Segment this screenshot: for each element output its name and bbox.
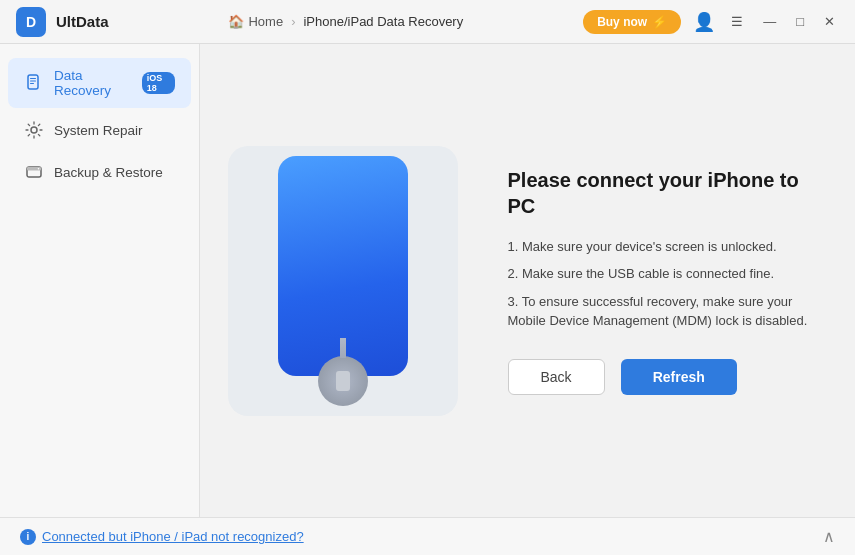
- home-icon: 🏠: [228, 14, 244, 29]
- data-recovery-icon: [24, 73, 44, 93]
- cable-connector: [318, 356, 368, 406]
- title-bar: D UltData 🏠 Home › iPhone/iPad Data Reco…: [0, 0, 855, 44]
- main-content: Please connect your iPhone to PC 1. Make…: [200, 44, 855, 517]
- footer-chevron-icon[interactable]: ∧: [823, 527, 835, 546]
- svg-rect-0: [28, 75, 38, 89]
- sidebar: Data Recovery iOS 18 System Repair Backu…: [0, 44, 200, 517]
- svg-rect-1: [30, 78, 36, 79]
- connection-card: Please connect your iPhone to PC 1. Make…: [228, 146, 828, 416]
- instruction-1: 1. Make sure your device's screen is unl…: [508, 237, 828, 257]
- minimize-button[interactable]: —: [759, 12, 780, 31]
- breadcrumb-current: iPhone/iPad Data Recovery: [303, 14, 463, 29]
- close-button[interactable]: ✕: [820, 12, 839, 31]
- menu-icon[interactable]: ☰: [727, 12, 747, 31]
- action-buttons: Back Refresh: [508, 359, 828, 395]
- app-logo: D: [16, 7, 46, 37]
- not-recognized-link[interactable]: i Connected but iPhone / iPad not recogn…: [20, 529, 304, 545]
- sidebar-label-data-recovery: Data Recovery: [54, 68, 128, 98]
- app-name: UltData: [56, 13, 109, 30]
- footer-link-text: Connected but iPhone / iPad not recogniz…: [42, 529, 304, 544]
- app-branding: D UltData: [16, 7, 109, 37]
- cable-area: [318, 356, 368, 406]
- system-repair-icon: [24, 120, 44, 140]
- refresh-button[interactable]: Refresh: [621, 359, 737, 395]
- sidebar-label-backup-restore: Backup & Restore: [54, 165, 163, 180]
- ios-badge: iOS 18: [142, 72, 175, 94]
- sidebar-item-backup-restore[interactable]: Backup & Restore: [8, 152, 191, 192]
- buy-now-button[interactable]: Buy now ⚡: [583, 10, 681, 34]
- lightning-icon: ⚡: [652, 15, 667, 29]
- sidebar-label-system-repair: System Repair: [54, 123, 143, 138]
- breadcrumb-home[interactable]: 🏠 Home: [228, 14, 283, 29]
- info-panel: Please connect your iPhone to PC 1. Make…: [508, 167, 828, 395]
- svg-rect-2: [30, 81, 36, 82]
- info-icon: i: [20, 529, 36, 545]
- instructions-list: 1. Make sure your device's screen is unl…: [508, 237, 828, 331]
- svg-rect-3: [30, 83, 34, 84]
- back-button[interactable]: Back: [508, 359, 605, 395]
- main-layout: Data Recovery iOS 18 System Repair Backu…: [0, 44, 855, 517]
- svg-point-7: [38, 168, 40, 170]
- breadcrumb: 🏠 Home › iPhone/iPad Data Recovery: [228, 14, 463, 29]
- connect-title: Please connect your iPhone to PC: [508, 167, 828, 219]
- breadcrumb-separator: ›: [291, 14, 295, 29]
- svg-point-4: [31, 127, 37, 133]
- cable-line: [340, 338, 346, 358]
- sidebar-item-system-repair[interactable]: System Repair: [8, 110, 191, 150]
- footer: i Connected but iPhone / iPad not recogn…: [0, 517, 855, 555]
- backup-restore-icon: [24, 162, 44, 182]
- user-icon[interactable]: 👤: [693, 11, 715, 33]
- instruction-3: 3. To ensure successful recovery, make s…: [508, 292, 828, 331]
- title-bar-controls: Buy now ⚡ 👤 ☰ — □ ✕: [583, 10, 839, 34]
- phone-illustration: [228, 146, 458, 416]
- sidebar-item-data-recovery[interactable]: Data Recovery iOS 18: [8, 58, 191, 108]
- instruction-2: 2. Make sure the USB cable is connected …: [508, 264, 828, 284]
- cable-plug: [336, 371, 350, 391]
- maximize-button[interactable]: □: [792, 12, 808, 31]
